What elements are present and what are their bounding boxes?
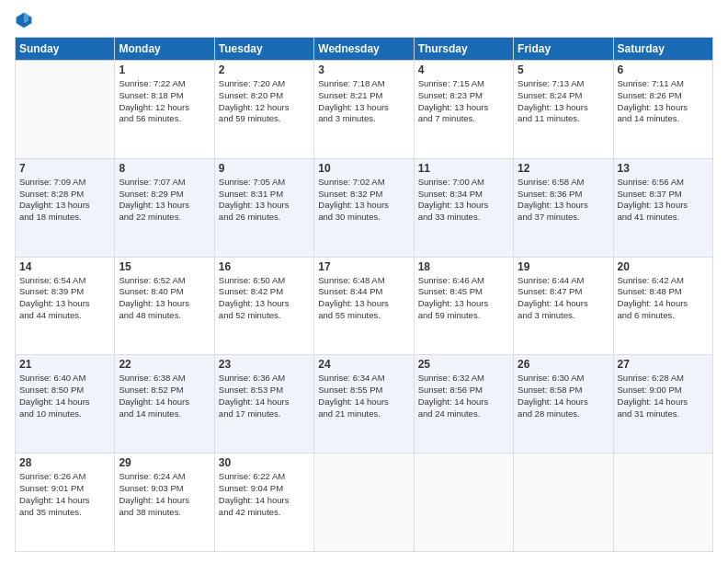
cell-w3-d5: 19Sunrise: 6:44 AMSunset: 8:47 PMDayligh… (514, 257, 613, 355)
cell-w3-d3: 17Sunrise: 6:48 AMSunset: 8:44 PMDayligh… (314, 257, 414, 355)
cell-w2-d5: 12Sunrise: 6:58 AMSunset: 8:36 PMDayligh… (514, 158, 613, 257)
week-row-5: 28Sunrise: 6:26 AMSunset: 9:01 PMDayligh… (16, 454, 713, 552)
day-info-w3-d2: Sunrise: 6:50 AMSunset: 8:42 PMDaylight:… (219, 275, 310, 322)
day-number-w4-d4: 25 (418, 358, 509, 371)
cell-w5-d3 (314, 454, 414, 552)
day-number-w2-d2: 9 (219, 162, 310, 175)
day-number-w3-d4: 18 (418, 260, 509, 273)
day-info-w3-d5: Sunrise: 6:44 AMSunset: 8:47 PMDaylight:… (518, 275, 609, 322)
col-monday: Monday (115, 38, 214, 61)
col-thursday: Thursday (414, 38, 513, 61)
day-number-w3-d1: 15 (119, 260, 210, 273)
cell-w1-d2: 2Sunrise: 7:20 AMSunset: 8:20 PMDaylight… (214, 61, 313, 159)
cell-w5-d5 (514, 454, 613, 552)
cell-w2-d2: 9Sunrise: 7:05 AMSunset: 8:31 PMDaylight… (214, 158, 313, 257)
cell-w4-d2: 23Sunrise: 6:36 AMSunset: 8:53 PMDayligh… (214, 355, 313, 454)
logo-icon (15, 11, 33, 29)
cell-w1-d1: 1Sunrise: 7:22 AMSunset: 8:18 PMDaylight… (115, 61, 214, 159)
cell-w3-d0: 14Sunrise: 6:54 AMSunset: 8:39 PMDayligh… (16, 257, 115, 355)
cell-w3-d2: 16Sunrise: 6:50 AMSunset: 8:42 PMDayligh… (214, 257, 313, 355)
day-info-w1-d1: Sunrise: 7:22 AMSunset: 8:18 PMDaylight:… (119, 78, 210, 125)
cell-w1-d3: 3Sunrise: 7:18 AMSunset: 8:21 PMDaylight… (314, 61, 414, 159)
day-number-w5-d2: 30 (219, 456, 310, 469)
cell-w1-d4: 4Sunrise: 7:15 AMSunset: 8:23 PMDaylight… (414, 61, 513, 159)
day-number-w2-d6: 13 (618, 162, 709, 175)
day-number-w4-d6: 27 (618, 358, 709, 371)
day-info-w5-d2: Sunrise: 6:22 AMSunset: 9:04 PMDaylight:… (219, 471, 310, 518)
cell-w3-d1: 15Sunrise: 6:52 AMSunset: 8:40 PMDayligh… (115, 257, 214, 355)
day-info-w1-d3: Sunrise: 7:18 AMSunset: 8:21 PMDaylight:… (318, 78, 409, 125)
day-number-w2-d4: 11 (418, 162, 509, 175)
cell-w2-d1: 8Sunrise: 7:07 AMSunset: 8:29 PMDaylight… (115, 158, 214, 257)
cell-w4-d6: 27Sunrise: 6:28 AMSunset: 9:00 PMDayligh… (613, 355, 712, 454)
day-number-w1-d5: 5 (518, 63, 609, 76)
day-number-w2-d1: 8 (119, 162, 210, 175)
day-number-w2-d0: 7 (19, 162, 110, 175)
week-row-3: 14Sunrise: 6:54 AMSunset: 8:39 PMDayligh… (16, 257, 713, 355)
day-info-w3-d1: Sunrise: 6:52 AMSunset: 8:40 PMDaylight:… (119, 275, 210, 322)
cell-w1-d0 (16, 61, 115, 159)
day-number-w3-d0: 14 (19, 260, 110, 273)
cell-w4-d4: 25Sunrise: 6:32 AMSunset: 8:56 PMDayligh… (414, 355, 513, 454)
day-info-w1-d6: Sunrise: 7:11 AMSunset: 8:26 PMDaylight:… (618, 78, 709, 125)
day-number-w2-d3: 10 (318, 162, 409, 175)
cell-w4-d1: 22Sunrise: 6:38 AMSunset: 8:52 PMDayligh… (115, 355, 214, 454)
day-number-w1-d1: 1 (119, 63, 210, 76)
day-info-w4-d6: Sunrise: 6:28 AMSunset: 9:00 PMDaylight:… (618, 373, 709, 419)
week-row-4: 21Sunrise: 6:40 AMSunset: 8:50 PMDayligh… (16, 355, 713, 454)
cell-w5-d0: 28Sunrise: 6:26 AMSunset: 9:01 PMDayligh… (16, 454, 115, 552)
day-number-w5-d0: 28 (19, 456, 110, 469)
cell-w5-d2: 30Sunrise: 6:22 AMSunset: 9:04 PMDayligh… (214, 454, 313, 552)
cell-w2-d3: 10Sunrise: 7:02 AMSunset: 8:32 PMDayligh… (314, 158, 414, 257)
week-row-1: 1Sunrise: 7:22 AMSunset: 8:18 PMDaylight… (16, 61, 713, 159)
header (15, 11, 713, 29)
day-info-w1-d2: Sunrise: 7:20 AMSunset: 8:20 PMDaylight:… (219, 78, 310, 125)
day-info-w2-d2: Sunrise: 7:05 AMSunset: 8:31 PMDaylight:… (219, 177, 310, 224)
day-info-w2-d6: Sunrise: 6:56 AMSunset: 8:37 PMDaylight:… (618, 177, 709, 224)
day-number-w1-d2: 2 (219, 63, 310, 76)
cell-w5-d4 (414, 454, 513, 552)
cell-w1-d6: 6Sunrise: 7:11 AMSunset: 8:26 PMDaylight… (613, 61, 712, 159)
day-number-w1-d6: 6 (618, 63, 709, 76)
day-info-w2-d1: Sunrise: 7:07 AMSunset: 8:29 PMDaylight:… (119, 177, 210, 224)
day-info-w3-d4: Sunrise: 6:46 AMSunset: 8:45 PMDaylight:… (418, 275, 509, 322)
cell-w4-d3: 24Sunrise: 6:34 AMSunset: 8:55 PMDayligh… (314, 355, 414, 454)
cell-w4-d0: 21Sunrise: 6:40 AMSunset: 8:50 PMDayligh… (16, 355, 115, 454)
day-number-w3-d2: 16 (219, 260, 310, 273)
col-tuesday: Tuesday (214, 38, 313, 61)
calendar-table: Sunday Monday Tuesday Wednesday Thursday… (15, 37, 713, 552)
col-wednesday: Wednesday (314, 38, 414, 61)
day-info-w1-d5: Sunrise: 7:13 AMSunset: 8:24 PMDaylight:… (518, 78, 609, 125)
logo (15, 11, 37, 29)
col-sunday: Sunday (16, 38, 115, 61)
cell-w2-d0: 7Sunrise: 7:09 AMSunset: 8:28 PMDaylight… (16, 158, 115, 257)
cell-w3-d6: 20Sunrise: 6:42 AMSunset: 8:48 PMDayligh… (613, 257, 712, 355)
cell-w1-d5: 5Sunrise: 7:13 AMSunset: 8:24 PMDaylight… (514, 61, 613, 159)
day-number-w3-d3: 17 (318, 260, 409, 273)
week-row-2: 7Sunrise: 7:09 AMSunset: 8:28 PMDaylight… (16, 158, 713, 257)
day-info-w5-d1: Sunrise: 6:24 AMSunset: 9:03 PMDaylight:… (119, 471, 210, 518)
cell-w4-d5: 26Sunrise: 6:30 AMSunset: 8:58 PMDayligh… (514, 355, 613, 454)
day-number-w3-d5: 19 (518, 260, 609, 273)
day-info-w1-d4: Sunrise: 7:15 AMSunset: 8:23 PMDaylight:… (418, 78, 509, 125)
day-info-w3-d0: Sunrise: 6:54 AMSunset: 8:39 PMDaylight:… (19, 275, 110, 322)
day-info-w2-d4: Sunrise: 7:00 AMSunset: 8:34 PMDaylight:… (418, 177, 509, 224)
page: Sunday Monday Tuesday Wednesday Thursday… (0, 0, 728, 563)
day-number-w4-d1: 22 (119, 358, 210, 371)
day-info-w4-d5: Sunrise: 6:30 AMSunset: 8:58 PMDaylight:… (518, 373, 609, 419)
day-info-w2-d5: Sunrise: 6:58 AMSunset: 8:36 PMDaylight:… (518, 177, 609, 224)
day-number-w5-d1: 29 (119, 456, 210, 469)
day-info-w4-d2: Sunrise: 6:36 AMSunset: 8:53 PMDaylight:… (219, 373, 310, 419)
cell-w2-d4: 11Sunrise: 7:00 AMSunset: 8:34 PMDayligh… (414, 158, 513, 257)
day-info-w3-d6: Sunrise: 6:42 AMSunset: 8:48 PMDaylight:… (618, 275, 709, 322)
day-number-w4-d5: 26 (518, 358, 609, 371)
day-info-w4-d3: Sunrise: 6:34 AMSunset: 8:55 PMDaylight:… (318, 373, 409, 419)
day-number-w4-d0: 21 (19, 358, 110, 371)
day-number-w2-d5: 12 (518, 162, 609, 175)
calendar-header-row: Sunday Monday Tuesday Wednesday Thursday… (16, 38, 713, 61)
day-number-w4-d3: 24 (318, 358, 409, 371)
col-friday: Friday (514, 38, 613, 61)
day-info-w2-d3: Sunrise: 7:02 AMSunset: 8:32 PMDaylight:… (318, 177, 409, 224)
cell-w2-d6: 13Sunrise: 6:56 AMSunset: 8:37 PMDayligh… (613, 158, 712, 257)
cell-w5-d1: 29Sunrise: 6:24 AMSunset: 9:03 PMDayligh… (115, 454, 214, 552)
